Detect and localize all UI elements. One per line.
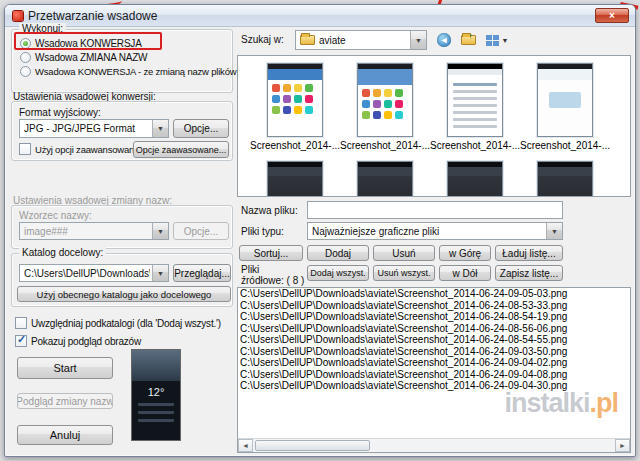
- radio-label: Wsadowa KONWERSJA: [35, 38, 142, 49]
- view-menu-button[interactable]: ▼: [481, 30, 513, 50]
- file-thumbnail[interactable]: [340, 161, 430, 197]
- app-icon: [13, 11, 23, 21]
- cancel-button[interactable]: Anuluj: [17, 425, 113, 445]
- scroll-left-button[interactable]: ◄: [238, 439, 253, 452]
- file-type-combobox[interactable]: Najważniejsze graficzne pliki ▼: [307, 222, 563, 240]
- up-one-level-button[interactable]: ↑: [457, 30, 479, 50]
- add-button[interactable]: Dodaj: [307, 245, 369, 261]
- dialog-window: Przetwarzanie wsadowe × Wykonuj: Wsadowa…: [4, 4, 636, 457]
- advanced-options-checkbox[interactable]: Użyj opcji zaawansowanych: [19, 143, 148, 155]
- scrollbar-track[interactable]: [253, 439, 615, 452]
- source-files-list: C:\Users\DellUP\Downloads\aviate\Screens…: [238, 288, 630, 392]
- scrollbar-thumb[interactable]: [255, 440, 370, 451]
- horizontal-scrollbar[interactable]: ◄ ►: [238, 438, 630, 452]
- file-path-item[interactable]: C:\Users\DellUP\Downloads\aviate\Screens…: [238, 311, 630, 323]
- file-path-item[interactable]: C:\Users\DellUP\Downloads\aviate\Screens…: [238, 300, 630, 312]
- radio-batch-conversion-rename[interactable]: Wsadowa KONWERSJA - ze zmianą nazw plikó…: [20, 66, 264, 77]
- close-button[interactable]: ×: [595, 8, 629, 23]
- window-title: Przetwarzanie wsadowe: [28, 9, 157, 23]
- thumbnail-image: [447, 63, 503, 137]
- file-path-item[interactable]: C:\Users\DellUP\Downloads\aviate\Screens…: [238, 323, 630, 335]
- checkbox-label: Użyj opcji zaawansowanych: [35, 144, 148, 155]
- group-conversion: Format wyjściowy: JPG - JPG/JPEG Format …: [11, 101, 233, 161]
- watermark-tld: .pl: [590, 388, 619, 418]
- include-subfolders-checkbox[interactable]: Uwzględniaj podkatalogi (dla 'Dodaj wszy…: [15, 317, 221, 329]
- use-current-folder-button[interactable]: Użyj obecnego katalogu jako docelowego: [17, 286, 231, 302]
- move-down-button[interactable]: w Dół: [439, 265, 491, 281]
- thumbnail-image: [267, 63, 323, 137]
- file-thumbnail[interactable]: Screenshot_2014-...: [520, 63, 610, 161]
- source-files-label: Pliki źródłowe: ( 8 ): [241, 264, 304, 286]
- titlebar[interactable]: Przetwarzanie wsadowe ×: [5, 5, 635, 27]
- file-type-value: Najważniejsze graficzne pliki: [312, 226, 544, 237]
- thumbnail-label: Screenshot_2014-...: [340, 140, 430, 151]
- radio-batch-rename[interactable]: Wsadowa ZMIANA NAZW: [20, 52, 147, 63]
- output-format-label: Format wyjściowy:: [19, 107, 101, 118]
- browse-button[interactable]: Przeglądaj...: [173, 264, 231, 282]
- chevron-down-icon[interactable]: ▼: [152, 265, 168, 281]
- scroll-right-button[interactable]: ►: [615, 439, 630, 452]
- start-button[interactable]: Start: [17, 357, 113, 379]
- thumbnail-label: Screenshot_2014-...: [250, 140, 340, 151]
- remove-all-button[interactable]: Usuń wszyst.: [373, 265, 435, 281]
- format-options-button[interactable]: Opcje...: [173, 119, 229, 138]
- chevron-down-icon: ▼: [152, 223, 168, 239]
- source-files-label-line2: źródłowe: ( 8 ): [241, 275, 304, 286]
- checkbox-label: Uwzględniaj podkatalogi (dla 'Dodaj wszy…: [31, 318, 221, 329]
- save-list-button[interactable]: Zapisz listę...: [495, 265, 563, 281]
- preview-image: 12°: [131, 349, 181, 441]
- add-all-button[interactable]: Dodaj wszyst.: [307, 265, 369, 281]
- radio-label: Wsadowa KONWERSJA - ze zmianą nazw plikó…: [35, 66, 264, 77]
- search-folder-combobox[interactable]: aviate ▼: [295, 30, 427, 50]
- pattern-value: image###: [24, 226, 150, 237]
- thumbnail-image: [537, 161, 593, 197]
- sort-button[interactable]: Sortuj...: [239, 245, 303, 261]
- radio-icon: [20, 66, 31, 77]
- preview-line: [138, 403, 174, 406]
- chevron-down-icon[interactable]: ▼: [152, 120, 168, 137]
- file-path-item[interactable]: C:\Users\DellUP\Downloads\aviate\Screens…: [238, 346, 630, 358]
- target-path-combobox[interactable]: C:\Users\DellUP\Downloads\aviate\ ▼: [19, 264, 169, 282]
- remove-button[interactable]: Usuń: [373, 245, 435, 261]
- file-path-item[interactable]: C:\Users\DellUP\Downloads\aviate\Screens…: [238, 334, 630, 346]
- format-value: JPG - JPG/JPEG Format: [24, 123, 150, 134]
- chevron-down-icon[interactable]: ▼: [410, 31, 426, 49]
- thumbnail-label: Screenshot_2014-...: [520, 140, 610, 151]
- group-target-folder: Katalog docelowy: C:\Users\DellUP\Downlo…: [11, 253, 233, 307]
- thumbnail-image: [447, 161, 503, 197]
- last-folder-button[interactable]: ◄: [433, 30, 455, 50]
- checkbox-label: Pokazuj podgląd obrazów: [31, 336, 141, 347]
- show-preview-checkbox[interactable]: Pokazuj podgląd obrazów: [15, 335, 141, 347]
- file-thumbnail[interactable]: Screenshot_2014-...: [250, 63, 340, 161]
- file-name-input[interactable]: [307, 201, 563, 219]
- pattern-combobox: image### ▼: [19, 222, 169, 240]
- file-thumbnail[interactable]: [520, 161, 610, 197]
- format-combobox[interactable]: JPG - JPG/JPEG Format ▼: [19, 119, 169, 138]
- file-path-item[interactable]: C:\Users\DellUP\Downloads\aviate\Screens…: [238, 288, 630, 300]
- file-thumbnail[interactable]: Screenshot_2014-...: [430, 63, 520, 161]
- load-list-button[interactable]: Ładuj listę...: [495, 245, 563, 261]
- preview-photo-area: [132, 350, 180, 381]
- radio-icon: [20, 38, 31, 49]
- file-thumbnail[interactable]: [430, 161, 520, 197]
- advanced-options-button[interactable]: Opcje zaawasowane...: [133, 141, 229, 158]
- screenshot-stage: Przetwarzanie wsadowe × Wykonuj: Wsadowa…: [0, 0, 640, 461]
- source-files-listbox[interactable]: C:\Users\DellUP\Downloads\aviate\Screens…: [237, 287, 631, 453]
- chevron-down-icon[interactable]: ▼: [546, 223, 562, 239]
- checkbox-icon: [15, 317, 27, 329]
- target-path-value: C:\Users\DellUP\Downloads\aviate\: [24, 268, 150, 279]
- thumbnail-image: [357, 63, 413, 137]
- preview-line: [138, 411, 174, 414]
- preview-temperature: 12°: [132, 386, 180, 398]
- radio-batch-conversion[interactable]: Wsadowa KONWERSJA: [20, 38, 142, 49]
- move-up-button[interactable]: w Górę: [439, 245, 491, 261]
- source-files-label-line1: Pliki: [241, 264, 259, 275]
- folder-up-icon: ↑: [461, 35, 476, 45]
- file-thumbnail[interactable]: [250, 161, 340, 197]
- file-path-item[interactable]: C:\Users\DellUP\Downloads\aviate\Screens…: [238, 357, 630, 369]
- file-path-item[interactable]: C:\Users\DellUP\Downloads\aviate\Screens…: [238, 380, 630, 392]
- rename-preview-button: Podgląd zmiany nazw: [17, 393, 113, 409]
- watermark-name: instalki: [504, 388, 589, 418]
- file-path-item[interactable]: C:\Users\DellUP\Downloads\aviate\Screens…: [238, 369, 630, 381]
- file-thumbnail[interactable]: Screenshot_2014-...: [340, 63, 430, 161]
